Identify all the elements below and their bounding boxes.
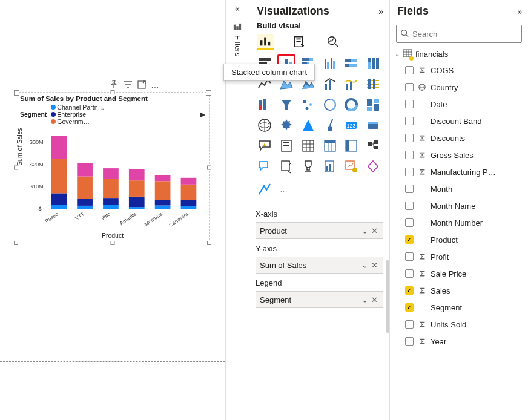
checkbox[interactable] [405, 117, 414, 125]
field-month-number[interactable]: Month Number [390, 214, 528, 231]
viz-map-icon[interactable] [256, 116, 274, 134]
viz-kpi-icon[interactable]: ▲ [256, 137, 274, 155]
viz-paginated-icon[interactable] [321, 157, 339, 176]
field-sale-price[interactable]: Sale Price [390, 265, 528, 282]
xaxis-well[interactable]: Product ⌄ ✕ [256, 222, 383, 239]
viz-pie-icon[interactable] [321, 96, 339, 114]
remove-field-icon[interactable]: ✕ [369, 226, 379, 235]
more-options[interactable]: … [151, 80, 160, 90]
table-financials[interactable]: ⌄ financials [390, 47, 528, 62]
viz-powerapps-icon[interactable] [364, 157, 382, 176]
legend-well[interactable]: Segment ⌄ ✕ [256, 291, 383, 308]
checkbox[interactable] [405, 83, 414, 91]
filters-tab[interactable]: Filters [233, 22, 242, 57]
chevron-down-icon[interactable]: ⌄ [360, 261, 369, 270]
collapse-chevron-icon[interactable]: « [235, 4, 240, 13]
fields-search[interactable] [396, 25, 522, 43]
field-units-sold[interactable]: Units Sold [390, 316, 528, 333]
field-gross-sales[interactable]: Gross Sales [390, 146, 528, 163]
checkbox[interactable] [405, 202, 414, 210]
viz-metrics-icon[interactable] [342, 157, 360, 176]
checkbox[interactable] [405, 303, 414, 312]
checkbox[interactable] [405, 252, 414, 261]
viz-slicer-icon[interactable] [277, 137, 295, 155]
legend-overflow-icon[interactable]: ▶ [200, 110, 205, 119]
checkbox[interactable] [405, 168, 414, 176]
chevron-down-icon[interactable]: ⌄ [360, 226, 369, 235]
field-discount-band[interactable]: Discount Band [390, 113, 528, 130]
checkbox[interactable] [405, 235, 414, 244]
svg-rect-17 [103, 179, 119, 199]
field-sales[interactable]: Sales [390, 282, 528, 299]
viz-hundred-column-icon[interactable] [364, 54, 382, 73]
svg-rect-119 [403, 50, 412, 57]
chevron-down-icon[interactable]: ⌄ [360, 295, 369, 304]
field-cogs[interactable]: COGS [390, 62, 528, 79]
checkbox[interactable] [405, 337, 414, 346]
viz-multi-card-icon[interactable] [364, 116, 382, 134]
field-date[interactable]: Date [390, 96, 528, 113]
viz-goals-icon[interactable] [299, 157, 317, 176]
viz-funnel-icon[interactable] [277, 96, 295, 114]
viz-filled-map-icon[interactable] [277, 116, 295, 134]
expand-pane-icon[interactable]: » [378, 7, 383, 16]
field-year[interactable]: Year [390, 333, 528, 350]
checkbox[interactable] [405, 320, 414, 329]
field-profit[interactable]: Profit [390, 248, 528, 265]
viz-clustered-column-icon[interactable] [321, 54, 339, 73]
checkbox[interactable] [405, 185, 414, 193]
field-label: Discount Band [431, 117, 522, 126]
viz-card-icon[interactable]: 123 [342, 116, 360, 134]
analytics-tab-icon[interactable] [325, 34, 342, 50]
gallery-more[interactable]: … [280, 185, 289, 194]
search-input[interactable] [412, 30, 518, 39]
viz-azure-map-icon[interactable] [299, 116, 317, 134]
pin-icon[interactable] [109, 80, 119, 90]
checkbox[interactable] [405, 151, 414, 159]
viz-matrix2-icon[interactable] [342, 137, 360, 155]
remove-field-icon[interactable]: ✕ [369, 295, 379, 304]
scrollbar[interactable] [386, 260, 389, 333]
checkbox[interactable] [405, 286, 414, 295]
checkbox[interactable] [405, 218, 414, 227]
pbiviztools-icon[interactable] [256, 180, 274, 199]
viz-treemap-icon[interactable] [364, 96, 382, 114]
field-month[interactable]: Month [390, 180, 528, 197]
field-country[interactable]: Country [390, 79, 528, 96]
yaxis-well[interactable]: Sum of Sales ⌄ ✕ [256, 257, 383, 274]
viz-hundred-bar-icon[interactable] [342, 54, 360, 73]
viz-qna-icon[interactable] [256, 157, 274, 176]
chart-plot[interactable]: Sum of Sales $-$10M$20M$30MPaseoVTTVeloA… [20, 128, 205, 231]
focus-mode-icon[interactable] [137, 80, 147, 90]
field-discounts[interactable]: Discounts [390, 130, 528, 146]
viz-line-column2-icon[interactable] [342, 75, 360, 93]
field-product[interactable]: Product [390, 231, 528, 248]
viz-ribbon-icon[interactable] [364, 75, 382, 93]
svg-point-88 [328, 126, 332, 131]
checkbox[interactable] [405, 100, 414, 108]
viz-matrix-icon[interactable] [321, 137, 339, 155]
filter-icon[interactable] [123, 80, 133, 90]
field-segment[interactable]: Segment [390, 299, 528, 316]
svg-rect-97 [303, 140, 314, 151]
expand-pane-icon[interactable]: » [517, 7, 522, 16]
svg-rect-13 [77, 163, 93, 176]
field-month-name[interactable]: Month Name [390, 197, 528, 214]
remove-field-icon[interactable]: ✕ [369, 261, 379, 270]
chart-visual-container[interactable]: Sum of Sales by Product and Segment Segm… [16, 92, 210, 243]
checkbox[interactable] [405, 269, 414, 278]
checkbox[interactable] [405, 66, 414, 74]
viz-scatter-icon[interactable] [299, 96, 317, 114]
build-visual-tab-icon[interactable] [257, 34, 274, 50]
viz-smart-narrative-icon[interactable] [277, 157, 295, 176]
viz-table-icon[interactable] [299, 137, 317, 155]
viz-line-column-icon[interactable] [321, 75, 339, 93]
report-canvas[interactable]: … Sum of Sales by Product and Segment Se… [0, 0, 225, 420]
field-manufacturing-p-[interactable]: Manufacturing P… [390, 163, 528, 180]
viz-waterfall-icon[interactable] [256, 96, 274, 114]
checkbox[interactable] [405, 134, 414, 142]
format-visual-tab-icon[interactable] [291, 34, 308, 50]
viz-decomposition-icon[interactable] [364, 137, 382, 155]
viz-donut-icon[interactable] [342, 96, 360, 114]
viz-gauge-icon[interactable] [321, 116, 339, 134]
